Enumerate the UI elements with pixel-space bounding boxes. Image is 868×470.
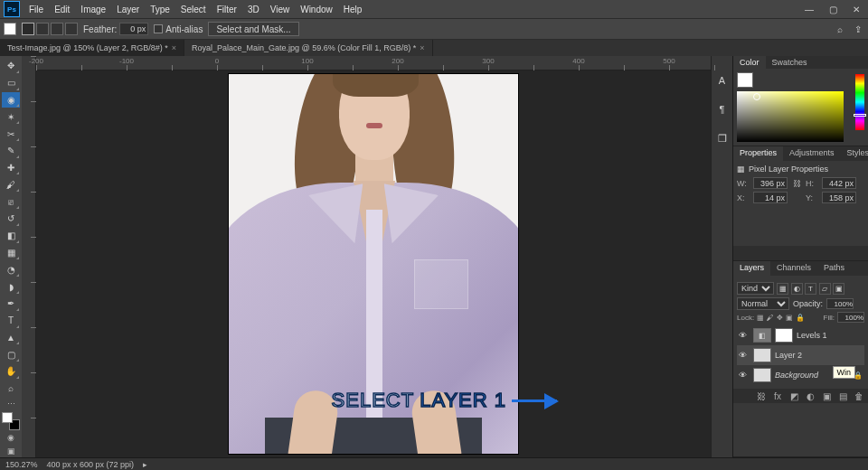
visibility-eye-icon[interactable]: 👁 [739, 351, 750, 360]
filter-shape-icon[interactable]: ▱ [819, 283, 831, 295]
eyedropper-tool-icon[interactable]: ✎ [2, 143, 20, 159]
screen-mode-icon[interactable]: ▣ [2, 445, 20, 457]
menu-file[interactable]: File [24, 5, 49, 14]
menu-filter[interactable]: Filter [212, 5, 242, 14]
new-layer-icon[interactable]: ▤ [837, 390, 848, 401]
tab-color[interactable]: Color [733, 56, 766, 69]
lasso-tool-icon[interactable]: ◉ [2, 92, 20, 108]
delete-layer-icon[interactable]: 🗑 [854, 390, 864, 401]
hue-slider[interactable] [855, 74, 864, 130]
crop-tool-icon[interactable]: ✂ [2, 126, 20, 142]
menu-3d[interactable]: 3D [242, 5, 265, 14]
brush-tool-icon[interactable]: 🖌 [2, 176, 20, 193]
lock-position-icon[interactable]: ✥ [777, 314, 783, 322]
window-maximize-icon[interactable]: ▢ [821, 0, 844, 18]
menu-select[interactable]: Select [175, 5, 212, 14]
link-wh-icon[interactable]: ⛓ [791, 179, 802, 188]
character-panel-icon[interactable]: A [714, 72, 731, 89]
tab-channels[interactable]: Channels [770, 261, 817, 276]
window-minimize-icon[interactable]: — [797, 0, 821, 18]
tab-swatches[interactable]: Swatches [766, 56, 814, 69]
lock-all-icon[interactable]: 🔒 [796, 314, 805, 322]
document-tab[interactable]: Royal_Palace_Main_Gate.jpg @ 59.6% (Colo… [184, 40, 433, 56]
visibility-eye-icon[interactable]: 👁 [739, 371, 750, 380]
healing-tool-icon[interactable]: ✚ [2, 160, 20, 176]
layer-name[interactable]: Layer 2 [775, 351, 863, 360]
layer-row[interactable]: 👁 ◧ Levels 1 [737, 325, 864, 345]
filter-smart-icon[interactable]: ▣ [833, 283, 844, 295]
marquee-tool-icon[interactable]: ▭ [2, 75, 20, 91]
new-group-icon[interactable]: ▣ [821, 390, 832, 401]
zoom-readout[interactable]: 150.27% [5, 460, 38, 469]
canvas[interactable]: SELECT LAYER 1 [36, 70, 711, 457]
link-layers-icon[interactable]: ⛓ [756, 390, 767, 401]
eraser-tool-icon[interactable]: ◧ [2, 228, 20, 244]
foreground-background-colors[interactable] [2, 412, 20, 430]
feather-input[interactable] [119, 23, 148, 35]
gradient-tool-icon[interactable]: ▦ [2, 245, 20, 261]
shape-tool-icon[interactable]: ▢ [2, 346, 20, 362]
opacity-input[interactable] [826, 298, 854, 309]
tool-preset-icon[interactable] [4, 23, 16, 35]
close-tab-icon[interactable]: × [172, 43, 176, 52]
y-input[interactable] [822, 192, 856, 203]
paragraph-panel-icon[interactable]: ¶ [714, 101, 731, 118]
stamp-tool-icon[interactable]: ⎚ [2, 193, 20, 210]
menu-layer[interactable]: Layer [111, 5, 145, 14]
hand-tool-icon[interactable]: ✋ [2, 363, 20, 380]
lock-transparent-icon[interactable]: ▦ [757, 314, 764, 322]
selection-new-icon[interactable] [22, 23, 34, 35]
new-adjustment-icon[interactable]: ◐ [805, 390, 816, 401]
blend-mode-select[interactable]: Normal [737, 297, 789, 310]
color-picker[interactable] [737, 91, 844, 142]
layer-style-icon[interactable]: fx [772, 390, 783, 401]
menu-image[interactable]: Image [75, 5, 111, 14]
window-close-icon[interactable]: ✕ [844, 0, 868, 18]
search-icon[interactable]: ⌕ [834, 23, 846, 35]
zoom-tool-icon[interactable]: ⌕ [2, 381, 20, 397]
menu-help[interactable]: Help [338, 5, 368, 14]
fill-input[interactable] [837, 312, 864, 323]
layer-filter-kind[interactable]: Kind [737, 282, 774, 295]
x-input[interactable] [753, 192, 788, 203]
antialias-checkbox[interactable] [154, 24, 163, 33]
selection-intersect-icon[interactable] [65, 23, 78, 35]
layer-row[interactable]: 👁 Layer 2 [737, 345, 864, 365]
document-info[interactable]: 400 px x 600 px (72 ppi) [47, 460, 135, 469]
height-input[interactable] [822, 177, 856, 189]
visibility-eye-icon[interactable]: 👁 [739, 331, 750, 340]
blur-tool-icon[interactable]: ◔ [2, 261, 20, 277]
tab-properties[interactable]: Properties [733, 146, 783, 161]
filter-pixel-icon[interactable]: ▦ [777, 283, 788, 295]
tab-styles[interactable]: Styles [841, 146, 868, 161]
quick-select-tool-icon[interactable]: ✶ [2, 108, 20, 125]
menu-edit[interactable]: Edit [49, 5, 75, 14]
type-tool-icon[interactable]: T [2, 313, 20, 329]
tab-paths[interactable]: Paths [817, 261, 851, 276]
lock-paint-icon[interactable]: 🖌 [767, 314, 774, 322]
dodge-tool-icon[interactable]: ◗ [2, 278, 20, 295]
select-and-mask-button[interactable]: Select and Mask... [208, 22, 298, 36]
layer-mask-thumb[interactable] [775, 328, 793, 343]
layer-name[interactable]: Levels 1 [797, 331, 863, 340]
tab-layers[interactable]: Layers [733, 261, 770, 276]
quick-mask-icon[interactable]: ◉ [2, 431, 20, 444]
path-select-tool-icon[interactable]: ▲ [2, 330, 20, 346]
filter-adjust-icon[interactable]: ◐ [791, 283, 803, 295]
chevron-right-icon[interactable]: ▸ [143, 460, 147, 469]
filter-type-icon[interactable]: T [805, 283, 816, 295]
pen-tool-icon[interactable]: ✒ [2, 296, 20, 312]
share-icon[interactable]: ⇪ [852, 23, 864, 35]
document-tab[interactable]: Test-Image.jpg @ 150% (Layer 2, RGB/8#) … [0, 40, 184, 56]
menu-window[interactable]: Window [295, 5, 338, 14]
move-tool-icon[interactable]: ✥ [2, 58, 20, 74]
foreground-swatch[interactable] [737, 72, 753, 87]
width-input[interactable] [753, 177, 788, 189]
lock-artboard-icon[interactable]: ▣ [786, 314, 793, 322]
menu-type[interactable]: Type [145, 5, 175, 14]
selection-subtract-icon[interactable] [51, 23, 63, 35]
history-brush-tool-icon[interactable]: ↺ [2, 211, 20, 227]
selection-add-icon[interactable] [36, 23, 49, 35]
edit-toolbar-icon[interactable]: ⋯ [2, 398, 20, 410]
menu-view[interactable]: View [265, 5, 296, 14]
